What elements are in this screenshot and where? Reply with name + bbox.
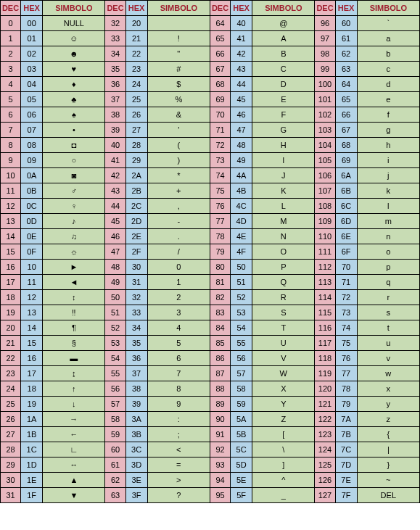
hex-cell: 17: [21, 366, 43, 381]
table-row: 110B♂432B+754BK1076Bk: [1, 183, 420, 199]
symbol-cell: A: [252, 31, 315, 46]
symbol-cell: J: [252, 168, 315, 183]
dec-cell: 52: [105, 320, 125, 336]
dec-cell: 6: [1, 107, 21, 123]
symbol-cell: v: [357, 351, 419, 366]
dec-cell: 67: [210, 62, 230, 77]
hex-cell: 57: [231, 366, 252, 381]
hex-cell: 21: [125, 31, 147, 46]
dec-cell: 98: [315, 46, 335, 62]
dec-cell: 86: [210, 351, 230, 366]
dec-cell: 96: [315, 16, 335, 31]
table-row: 2418↑563888858X12078x: [1, 381, 420, 397]
hex-cell: 4F: [231, 244, 252, 260]
hex-cell: 09: [21, 153, 43, 168]
hex-cell: 7B: [335, 427, 357, 442]
ascii-table: DECHEXSIMBOLODECHEXSIMBOLODECHEXSIMBOLOD…: [0, 0, 420, 503]
symbol-cell: 6: [147, 351, 210, 366]
hex-cell: 24: [125, 77, 147, 92]
table-row: 120C♀442C,764CL1086Cl: [1, 199, 420, 214]
dec-cell: 99: [315, 62, 335, 77]
hex-cell: 32: [125, 290, 147, 305]
hex-cell: 12: [21, 290, 43, 305]
symbol-cell: ↕: [43, 290, 105, 305]
hex-cell: 2D: [125, 214, 147, 229]
symbol-cell: ♂: [43, 183, 105, 199]
dec-cell: 87: [210, 366, 230, 381]
symbol-cell: (: [147, 138, 210, 153]
hex-cell: 79: [335, 397, 357, 412]
symbol-cell: \: [252, 442, 315, 457]
symbol-cell: 7: [147, 366, 210, 381]
dec-cell: 50: [105, 290, 125, 305]
symbol-cell: ": [147, 46, 210, 62]
symbol-cell: s: [357, 305, 419, 320]
symbol-cell: y: [357, 397, 419, 412]
hex-cell: 44: [231, 77, 252, 92]
table-row: 130D♪452D-774DM1096Dm: [1, 214, 420, 229]
dec-cell: 76: [210, 199, 230, 214]
dec-cell: 84: [210, 320, 230, 336]
hex-cell: 27: [125, 123, 147, 138]
table-row: 271B←593B;915B[1237B{: [1, 427, 420, 442]
symbol-cell: {: [357, 427, 419, 442]
hex-cell: 52: [231, 290, 252, 305]
symbol-cell: ]: [252, 457, 315, 473]
dec-cell: 64: [210, 16, 230, 31]
symbol-cell: NULL: [43, 16, 105, 31]
symbol-cell: W: [252, 366, 315, 381]
hex-cell: 4E: [231, 229, 252, 244]
symbol-cell: .: [147, 229, 210, 244]
dec-cell: 61: [105, 457, 125, 473]
dec-cell: 119: [315, 366, 335, 381]
hex-cell: 47: [231, 123, 252, 138]
dec-cell: 118: [315, 351, 335, 366]
hex-cell: 4A: [231, 168, 252, 183]
symbol-cell: p: [357, 260, 419, 275]
dec-cell: 105: [315, 153, 335, 168]
dec-cell: 66: [210, 46, 230, 62]
hex-cell: 75: [335, 336, 357, 351]
hex-cell: 60: [335, 16, 357, 31]
hex-cell: 7D: [335, 457, 357, 473]
hex-cell: 1B: [21, 427, 43, 442]
hex-cell: 4B: [231, 183, 252, 199]
symbol-cell: ~: [357, 473, 419, 488]
hex-cell: 00: [21, 16, 43, 31]
hex-cell: 53: [231, 305, 252, 320]
dec-cell: 127: [315, 488, 335, 503]
dec-cell: 45: [105, 214, 125, 229]
table-row: 2115§533558555U11775u: [1, 336, 420, 351]
hex-cell: 72: [335, 290, 357, 305]
symbol-cell: /: [147, 244, 210, 260]
symbol-cell: 4: [147, 320, 210, 336]
hex-cell: 67: [335, 123, 357, 138]
hex-cell: 39: [125, 397, 147, 412]
hex-cell: 49: [231, 153, 252, 168]
dec-cell: 125: [315, 457, 335, 473]
table-row: 1610►483008050P11270p: [1, 260, 420, 275]
symbol-cell: ^: [252, 473, 315, 488]
hex-cell: 55: [231, 336, 252, 351]
symbol-cell: ▼: [43, 488, 105, 503]
symbol-cell: 2: [147, 290, 210, 305]
col-header: SIMBOLO: [43, 1, 105, 16]
symbol-cell: DEL: [357, 488, 419, 503]
symbol-cell: B: [252, 46, 315, 62]
dec-cell: 41: [105, 153, 125, 168]
table-row: 100A◙422A*744AJ1066Aj: [1, 168, 420, 183]
hex-cell: 46: [231, 107, 252, 123]
symbol-cell: ↓: [43, 397, 105, 412]
dec-cell: 37: [105, 92, 125, 107]
symbol-cell: q: [357, 275, 419, 290]
symbol-cell: M: [252, 214, 315, 229]
table-row: 808◘4028(7248H10468h: [1, 138, 420, 153]
dec-cell: 33: [105, 31, 125, 46]
dec-cell: 71: [210, 123, 230, 138]
hex-cell: 6F: [335, 244, 357, 260]
symbol-cell: ♦: [43, 77, 105, 92]
symbol-cell: G: [252, 123, 315, 138]
dec-cell: 18: [1, 290, 21, 305]
hex-cell: 73: [335, 305, 357, 320]
hex-cell: 5C: [231, 442, 252, 457]
